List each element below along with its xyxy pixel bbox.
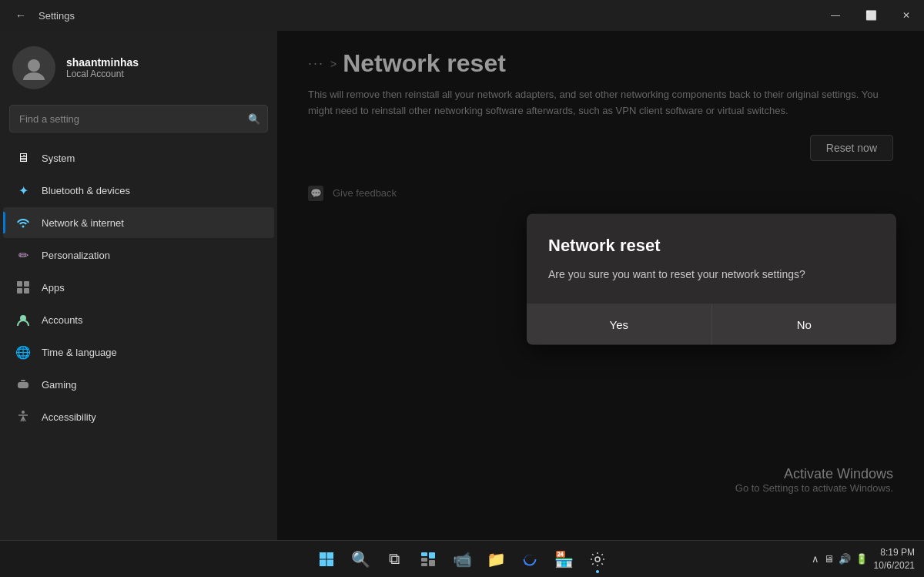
apps-icon bbox=[15, 280, 31, 295]
sidebar-item-label: Accounts bbox=[42, 314, 82, 326]
user-name: shaantminhas bbox=[66, 56, 139, 69]
svg-point-2 bbox=[22, 226, 25, 228]
accessibility-icon bbox=[15, 409, 31, 424]
clock[interactable]: 8:19 PM 10/6/2021 bbox=[874, 546, 915, 572]
svg-rect-6 bbox=[24, 288, 29, 294]
sidebar-item-label: Time & language bbox=[42, 347, 117, 358]
svg-rect-16 bbox=[429, 552, 435, 559]
user-info: shaantminhas Local Account bbox=[66, 56, 139, 79]
sidebar-item-label: System bbox=[42, 153, 75, 164]
personalization-icon: ✏ bbox=[15, 247, 31, 263]
zoom-button[interactable]: 📹 bbox=[447, 544, 477, 575]
system-icon: 🖥 bbox=[15, 150, 31, 166]
network-reset-dialog: Network reset Are you sure you want to r… bbox=[527, 213, 896, 344]
svg-rect-14 bbox=[327, 559, 334, 566]
dialog-yes-button[interactable]: Yes bbox=[527, 304, 712, 344]
time-display: 8:19 PM bbox=[874, 546, 915, 559]
gaming-icon bbox=[15, 377, 31, 392]
search-input[interactable] bbox=[9, 105, 268, 133]
chevron-up-icon[interactable]: ∧ bbox=[812, 553, 819, 565]
titlebar: ← Settings — ⬜ ✕ bbox=[0, 0, 924, 31]
sidebar-item-label: Bluetooth & devices bbox=[42, 185, 130, 196]
taskbar-right: ∧ 🖥 🔊 🔋 8:19 PM 10/6/2021 bbox=[812, 546, 915, 572]
user-account-type: Local Account bbox=[66, 69, 139, 79]
content-area: ··· > Network reset This will remove the… bbox=[277, 31, 924, 540]
svg-rect-19 bbox=[429, 560, 435, 566]
store-button[interactable]: 🏪 bbox=[548, 544, 579, 575]
volume-icon[interactable]: 🔊 bbox=[839, 553, 851, 565]
minimize-button[interactable]: — bbox=[818, 0, 853, 31]
svg-rect-15 bbox=[421, 552, 427, 556]
avatar bbox=[12, 46, 55, 89]
sidebar-item-accessibility[interactable]: Accessibility bbox=[3, 401, 274, 432]
date-display: 10/6/2021 bbox=[874, 559, 915, 572]
close-button[interactable]: ✕ bbox=[889, 0, 924, 31]
sidebar-item-label: Personalization bbox=[42, 250, 110, 261]
svg-rect-18 bbox=[421, 563, 427, 566]
dialog-buttons: Yes No bbox=[527, 304, 896, 344]
svg-rect-11 bbox=[320, 552, 326, 559]
window-controls: — ⬜ ✕ bbox=[818, 0, 924, 31]
search-box[interactable]: 🔍 bbox=[9, 105, 268, 133]
widgets-button[interactable] bbox=[413, 544, 444, 575]
task-view-button[interactable]: ⧉ bbox=[379, 544, 410, 575]
svg-rect-3 bbox=[17, 281, 22, 287]
edge-button[interactable] bbox=[514, 544, 545, 575]
svg-rect-4 bbox=[24, 281, 29, 287]
sidebar-item-label: Apps bbox=[42, 282, 65, 294]
dialog-no-button[interactable]: No bbox=[712, 304, 897, 344]
sidebar-item-accounts[interactable]: Accounts bbox=[3, 304, 274, 335]
battery-icon[interactable]: 🔋 bbox=[855, 553, 868, 565]
sidebar-item-time[interactable]: 🌐 Time & language bbox=[3, 337, 274, 367]
sidebar-item-network[interactable]: Network & internet bbox=[3, 207, 274, 238]
main-layout: shaantminhas Local Account 🔍 🖥 System ✦ … bbox=[0, 31, 924, 540]
taskbar-search-button[interactable]: 🔍 bbox=[345, 544, 376, 575]
sidebar-item-personalization[interactable]: ✏ Personalization bbox=[3, 240, 274, 270]
sidebar-item-system[interactable]: 🖥 System bbox=[3, 143, 274, 173]
accounts-icon bbox=[15, 312, 31, 327]
svg-point-20 bbox=[595, 557, 600, 562]
dialog-body: Network reset Are you sure you want to r… bbox=[527, 213, 896, 304]
dialog-title: Network reset bbox=[548, 235, 875, 255]
network-icon bbox=[15, 215, 31, 230]
sidebar-item-label: Gaming bbox=[42, 379, 77, 391]
taskbar: 🔍 ⧉ 📹 📁 🏪 bbox=[0, 540, 924, 577]
network-tray-icon[interactable]: 🖥 bbox=[824, 553, 834, 565]
sidebar: shaantminhas Local Account 🔍 🖥 System ✦ … bbox=[0, 31, 277, 540]
svg-rect-17 bbox=[421, 558, 427, 562]
settings-taskbar-button[interactable] bbox=[582, 544, 613, 575]
start-button[interactable] bbox=[311, 544, 342, 575]
svg-rect-8 bbox=[18, 382, 28, 388]
maximize-button[interactable]: ⬜ bbox=[853, 0, 889, 31]
sidebar-item-label: Accessibility bbox=[42, 411, 96, 423]
file-explorer-button[interactable]: 📁 bbox=[480, 544, 511, 575]
user-profile[interactable]: shaantminhas Local Account bbox=[0, 39, 277, 102]
sidebar-item-apps[interactable]: Apps bbox=[3, 272, 274, 303]
svg-rect-5 bbox=[17, 288, 22, 294]
back-button[interactable]: ← bbox=[9, 4, 32, 27]
svg-rect-13 bbox=[320, 559, 326, 566]
svg-rect-9 bbox=[21, 380, 25, 381]
svg-rect-12 bbox=[327, 552, 334, 559]
svg-point-0 bbox=[28, 59, 40, 72]
bluetooth-icon: ✦ bbox=[15, 183, 31, 198]
svg-point-10 bbox=[22, 411, 25, 414]
taskbar-center: 🔍 ⧉ 📹 📁 🏪 bbox=[311, 544, 613, 575]
titlebar-title: Settings bbox=[38, 10, 75, 22]
system-tray-icons: ∧ 🖥 🔊 🔋 bbox=[812, 553, 868, 565]
search-icon: 🔍 bbox=[248, 113, 260, 125]
svg-point-1 bbox=[23, 72, 45, 80]
sidebar-item-gaming[interactable]: Gaming bbox=[3, 369, 274, 400]
time-icon: 🌐 bbox=[15, 344, 31, 360]
sidebar-item-label: Network & internet bbox=[42, 217, 124, 229]
sidebar-item-bluetooth[interactable]: ✦ Bluetooth & devices bbox=[3, 175, 274, 206]
dialog-message: Are you sure you want to reset your netw… bbox=[548, 266, 875, 282]
